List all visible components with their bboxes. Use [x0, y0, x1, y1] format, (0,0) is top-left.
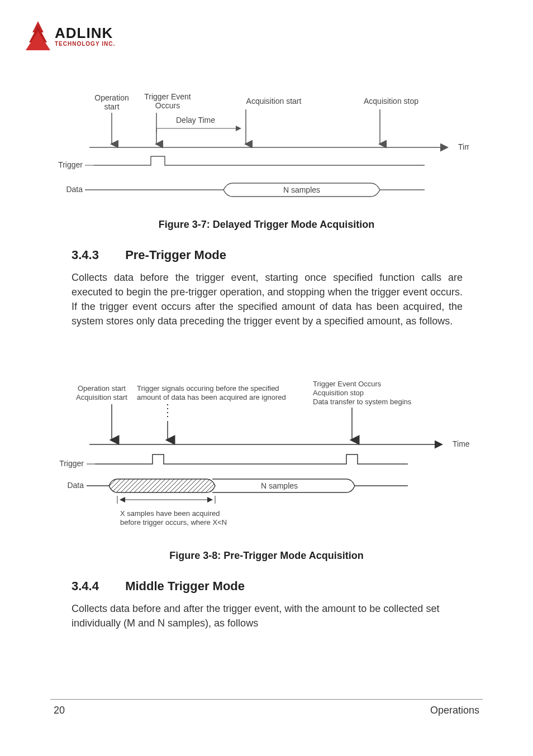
svg-text:N samples: N samples: [283, 185, 320, 194]
svg-text:Operation: Operation: [94, 93, 129, 102]
svg-text:amount of data has been acquir: amount of data has been acquired are ign…: [137, 393, 286, 401]
svg-text:start: start: [104, 102, 119, 111]
section-number: 3.4.3: [72, 248, 122, 262]
svg-text:Trigger Event: Trigger Event: [144, 92, 191, 101]
svg-text:Trigger: Trigger: [58, 160, 83, 169]
svg-text:Data: Data: [66, 185, 83, 194]
section-number: 3.4.4: [72, 579, 122, 594]
svg-text:Data: Data: [67, 481, 84, 490]
svg-text:Acquisition stop: Acquisition stop: [364, 97, 418, 106]
figure-3-8-caption: Figure 3-8: Pre-Trigger Mode Acquisition: [0, 550, 533, 562]
svg-text:Data transfer to system begins: Data transfer to system begins: [313, 398, 412, 406]
brand-logo: ADLINK TECHNOLOGY INC.: [25, 21, 115, 51]
brand-logo-text: ADLINK: [55, 26, 115, 40]
brand-logo-subtext: TECHNOLOGY INC.: [55, 41, 115, 47]
svg-text:Acquisition start: Acquisition start: [76, 393, 127, 401]
svg-marker-2: [26, 31, 50, 50]
svg-text:Occurs: Occurs: [155, 101, 180, 110]
svg-text:X samples have been acquired: X samples have been acquired: [120, 509, 220, 518]
figure-3-7-caption: Figure 3-7: Delayed Trigger Mode Acquisi…: [0, 219, 533, 231]
footer-section-name: Operations: [430, 705, 479, 716]
svg-text:Time: Time: [453, 439, 469, 448]
brand-logo-icon: [25, 21, 51, 51]
section-3-4-4-body: Collects data before and after the trigg…: [72, 601, 463, 630]
section-title: Pre-Trigger Mode: [125, 248, 226, 262]
figure-3-7-diagram: Operation start Trigger Event Occurs Del…: [56, 89, 469, 207]
section-title: Middle Trigger Mode: [125, 579, 245, 593]
svg-text:Trigger: Trigger: [59, 459, 84, 468]
section-3-4-4-heading: 3.4.4 Middle Trigger Mode: [72, 579, 245, 594]
svg-text:Acquisition start: Acquisition start: [246, 97, 302, 106]
figure-3-8-diagram: Operation start Acquisition start Trigge…: [56, 374, 469, 533]
svg-text:Acquisition stop: Acquisition stop: [313, 389, 364, 397]
svg-text:N samples: N samples: [261, 481, 298, 490]
svg-text:Delay Time: Delay Time: [176, 116, 215, 125]
section-3-4-3-body: Collects data before the trigger event, …: [72, 270, 463, 328]
svg-text:before trigger occurs, where X: before trigger occurs, where X<N: [120, 518, 227, 527]
svg-text:Trigger signals occuring befor: Trigger signals occuring before the spec…: [137, 384, 279, 393]
svg-text:Operation start: Operation start: [78, 384, 126, 393]
footer-page-number: 20: [54, 705, 65, 716]
section-3-4-3-heading: 3.4.3 Pre-Trigger Mode: [72, 248, 226, 262]
svg-text:Trigger Event Occurs: Trigger Event Occurs: [313, 380, 382, 388]
footer-rule: [50, 699, 483, 700]
svg-text:Time: Time: [458, 142, 469, 151]
